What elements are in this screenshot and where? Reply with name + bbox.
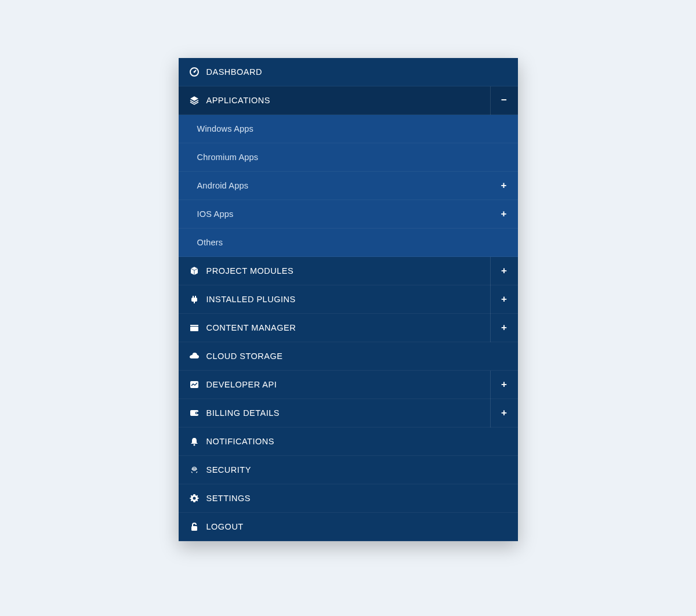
- submenu-item-android-apps[interactable]: Android Apps +: [179, 172, 518, 200]
- menu-item-logout[interactable]: LOGOUT: [179, 513, 518, 541]
- wallet-icon: [189, 408, 200, 418]
- cube-icon: [189, 266, 200, 276]
- expand-toggle[interactable]: +: [490, 257, 518, 285]
- menu-label: PROJECT MODULES: [206, 266, 490, 276]
- submenu-item-others[interactable]: Others: [179, 229, 518, 257]
- menu-item-applications[interactable]: APPLICATIONS −: [179, 86, 518, 115]
- menu-item-dashboard[interactable]: DASHBOARD: [179, 58, 518, 86]
- collapse-toggle[interactable]: −: [490, 86, 518, 115]
- svg-rect-4: [195, 296, 196, 298]
- menu-label: INSTALLED PLUGINS: [206, 295, 490, 304]
- menu-item-billing-details[interactable]: BILLING DETAILS +: [179, 399, 518, 427]
- menu-label: DEVELOPER API: [206, 380, 490, 389]
- cloud-icon: [189, 351, 200, 361]
- expand-toggle[interactable]: +: [490, 371, 518, 399]
- gauge-icon: [189, 67, 200, 77]
- menu-item-notifications[interactable]: NOTIFICATIONS: [179, 427, 518, 456]
- svg-point-11: [196, 412, 197, 414]
- menu-label: NOTIFICATIONS: [206, 437, 507, 446]
- svg-rect-6: [190, 325, 198, 326]
- sidebar-menu: DASHBOARD APPLICATIONS − Windows Apps Ch…: [179, 58, 518, 541]
- plug-icon: [189, 294, 200, 305]
- svg-rect-3: [193, 296, 194, 298]
- layers-icon: [189, 95, 200, 106]
- menu-label: DASHBOARD: [206, 67, 507, 77]
- menu-item-security[interactable]: SECURITY: [179, 456, 518, 484]
- expand-toggle[interactable]: +: [490, 285, 518, 314]
- expand-toggle[interactable]: +: [490, 172, 518, 200]
- fingerprint-icon: [189, 465, 200, 475]
- svg-point-1: [193, 71, 195, 73]
- menu-item-project-modules[interactable]: PROJECT MODULES +: [179, 257, 518, 285]
- svg-rect-7: [190, 327, 198, 331]
- submenu-label: Windows Apps: [197, 124, 507, 133]
- submenu-item-ios-apps[interactable]: IOS Apps +: [179, 200, 518, 229]
- menu-label: LOGOUT: [206, 522, 507, 531]
- menu-item-settings[interactable]: SETTINGS: [179, 484, 518, 513]
- expand-toggle[interactable]: +: [490, 314, 518, 342]
- menu-item-developer-api[interactable]: DEVELOPER API +: [179, 371, 518, 399]
- menu-label: BILLING DETAILS: [206, 408, 490, 418]
- svg-rect-5: [194, 302, 195, 303]
- submenu-label: Android Apps: [197, 181, 490, 190]
- menu-label: SECURITY: [206, 465, 507, 474]
- svg-rect-14: [191, 526, 197, 531]
- submenu-item-windows-apps[interactable]: Windows Apps: [179, 115, 518, 143]
- svg-rect-2: [191, 298, 197, 302]
- menu-label: CLOUD STORAGE: [206, 352, 507, 361]
- submenu-applications: Windows Apps Chromium Apps Android Apps …: [179, 115, 518, 257]
- bell-icon: [189, 436, 200, 447]
- svg-point-13: [193, 497, 195, 500]
- menu-label: CONTENT MANAGER: [206, 323, 490, 332]
- expand-toggle[interactable]: +: [490, 200, 518, 229]
- submenu-item-chromium-apps[interactable]: Chromium Apps: [179, 143, 518, 172]
- submenu-label: IOS Apps: [197, 209, 490, 219]
- svg-point-12: [193, 444, 195, 446]
- submenu-label: Chromium Apps: [197, 153, 507, 162]
- gear-icon: [189, 493, 200, 503]
- menu-label: APPLICATIONS: [206, 96, 490, 105]
- menu-item-content-manager[interactable]: CONTENT MANAGER +: [179, 314, 518, 342]
- menu-label: SETTINGS: [206, 494, 507, 503]
- lock-icon: [189, 521, 200, 532]
- menu-item-cloud-storage[interactable]: CLOUD STORAGE: [179, 342, 518, 371]
- folder-icon: [189, 323, 200, 333]
- expand-toggle[interactable]: +: [490, 399, 518, 427]
- menu-item-installed-plugins[interactable]: INSTALLED PLUGINS +: [179, 285, 518, 314]
- submenu-label: Others: [197, 238, 507, 247]
- chart-icon: [189, 379, 200, 390]
